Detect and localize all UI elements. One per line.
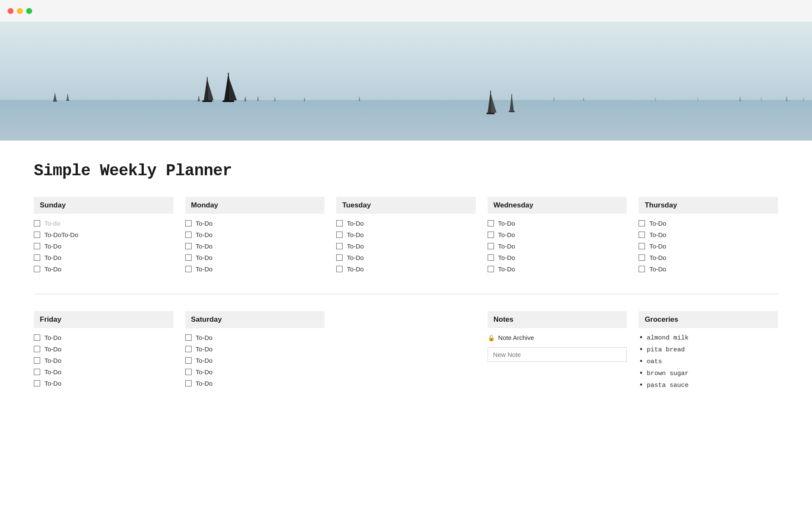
lock-icon: 🔒: [488, 334, 495, 341]
todo-item[interactable]: To-Do: [639, 231, 778, 238]
todo-checkbox[interactable]: [34, 346, 40, 352]
todo-checkbox[interactable]: [34, 266, 40, 272]
new-note-input[interactable]: [488, 347, 627, 362]
todo-item[interactable]: To-Do: [488, 231, 627, 238]
todo-checkbox[interactable]: [185, 266, 192, 272]
todo-checkbox[interactable]: [336, 243, 343, 249]
todo-item[interactable]: To-Do: [34, 380, 173, 387]
todo-checkbox[interactable]: [185, 232, 192, 238]
grocery-item: •pasta sauce: [639, 381, 778, 389]
todo-checkbox[interactable]: [336, 266, 343, 272]
week-grid-bottom: FridayTo-DoTo-DoTo-DoTo-DoTo-DoSaturdayT…: [34, 311, 778, 393]
todo-checkbox[interactable]: [34, 254, 40, 261]
todo-checkbox[interactable]: [185, 220, 192, 226]
todo-checkbox[interactable]: [34, 220, 40, 226]
todo-item[interactable]: To-Do: [639, 243, 778, 250]
todo-item[interactable]: To-Do: [185, 254, 325, 261]
todo-item[interactable]: To-do: [34, 220, 173, 227]
todo-label: To-do: [44, 220, 60, 227]
todo-checkbox[interactable]: [185, 334, 192, 341]
todo-item[interactable]: To-Do: [34, 345, 173, 353]
day-column-thursday: ThursdayTo-DoTo-DoTo-DoTo-DoTo-Do: [639, 197, 778, 277]
todo-label: To-Do: [44, 380, 61, 387]
day-header-wednesday: Wednesday: [488, 197, 627, 214]
todo-checkbox[interactable]: [488, 220, 494, 226]
todo-checkbox[interactable]: [34, 334, 40, 341]
minimize-button[interactable]: [17, 8, 23, 14]
todo-checkbox[interactable]: [34, 357, 40, 364]
todo-checkbox[interactable]: [488, 232, 494, 238]
todo-checkbox[interactable]: [639, 254, 645, 261]
todo-item[interactable]: To-Do: [185, 220, 325, 227]
todo-item[interactable]: To-Do: [639, 220, 778, 227]
svg-rect-13: [53, 101, 57, 102]
todo-item[interactable]: To-Do: [185, 265, 325, 273]
todo-checkbox[interactable]: [185, 346, 192, 352]
todo-item[interactable]: To-Do: [34, 334, 173, 341]
todo-checkbox[interactable]: [185, 357, 192, 364]
todo-item[interactable]: To-Do: [336, 254, 476, 261]
todo-checkbox[interactable]: [185, 369, 192, 375]
todo-checkbox[interactable]: [185, 254, 192, 261]
todo-item[interactable]: To-Do: [185, 357, 325, 364]
todo-label: To-Do: [498, 243, 515, 250]
todo-item[interactable]: To-Do: [336, 243, 476, 250]
todo-checkbox[interactable]: [488, 243, 494, 249]
todo-checkbox[interactable]: [34, 243, 40, 249]
todo-checkbox[interactable]: [34, 380, 40, 387]
todo-item[interactable]: To-Do: [488, 220, 627, 227]
grocery-label: brown sugar: [647, 370, 689, 377]
todo-item[interactable]: To-Do: [639, 254, 778, 261]
todo-label: To-Do: [196, 265, 213, 273]
todo-item[interactable]: To-Do: [185, 243, 325, 250]
note-archive-item[interactable]: 🔒Note Archive: [488, 334, 627, 341]
todo-item[interactable]: To-Do: [34, 243, 173, 250]
grocery-label: oats: [647, 358, 662, 365]
todo-checkbox[interactable]: [336, 232, 343, 238]
grocery-item: •almond milk: [639, 334, 778, 342]
svg-rect-16: [66, 100, 69, 101]
todo-item[interactable]: To-Do: [336, 231, 476, 238]
todo-item[interactable]: To-Do: [185, 380, 325, 387]
day-header-saturday: Saturday: [185, 311, 325, 328]
todo-item[interactable]: To-Do: [336, 220, 476, 227]
todo-checkbox[interactable]: [639, 220, 645, 226]
todo-item[interactable]: To-DoTo-Do: [34, 231, 173, 238]
todo-label: To-Do: [196, 357, 213, 364]
grocery-item: •oats: [639, 358, 778, 365]
todo-item[interactable]: To-Do: [185, 231, 325, 238]
todo-label: To-Do: [196, 220, 213, 227]
todo-label: To-Do: [196, 254, 213, 261]
todo-item[interactable]: To-Do: [185, 334, 325, 341]
todo-item[interactable]: To-Do: [488, 243, 627, 250]
todo-item[interactable]: To-Do: [185, 368, 325, 375]
maximize-button[interactable]: [26, 8, 32, 14]
todo-checkbox[interactable]: [185, 380, 192, 387]
todo-label: To-Do: [649, 231, 666, 238]
todo-checkbox[interactable]: [639, 266, 645, 272]
todo-item[interactable]: To-Do: [488, 254, 627, 261]
todo-checkbox[interactable]: [488, 266, 494, 272]
todo-item[interactable]: To-Do: [488, 265, 627, 273]
todo-checkbox[interactable]: [185, 243, 192, 249]
day-column-wednesday: WednesdayTo-DoTo-DoTo-DoTo-DoTo-Do: [488, 197, 627, 277]
todo-checkbox[interactable]: [639, 243, 645, 249]
close-button[interactable]: [8, 8, 14, 14]
grocery-bullet: •: [639, 334, 643, 342]
todo-item[interactable]: To-Do: [34, 368, 173, 375]
svg-rect-33: [509, 111, 515, 112]
todo-item[interactable]: To-Do: [336, 265, 476, 273]
todo-item[interactable]: To-Do: [34, 254, 173, 261]
todo-checkbox[interactable]: [639, 232, 645, 238]
todo-checkbox[interactable]: [488, 254, 494, 261]
todo-checkbox[interactable]: [34, 369, 40, 375]
groceries-header: Groceries: [639, 311, 778, 328]
todo-checkbox[interactable]: [336, 220, 343, 226]
todo-item[interactable]: To-Do: [34, 357, 173, 364]
todo-item[interactable]: To-Do: [639, 265, 778, 273]
todo-checkbox[interactable]: [34, 232, 40, 238]
todo-item[interactable]: To-Do: [34, 265, 173, 273]
todo-checkbox[interactable]: [336, 254, 343, 261]
todo-item[interactable]: To-Do: [185, 345, 325, 353]
todo-label: To-Do: [44, 254, 61, 261]
